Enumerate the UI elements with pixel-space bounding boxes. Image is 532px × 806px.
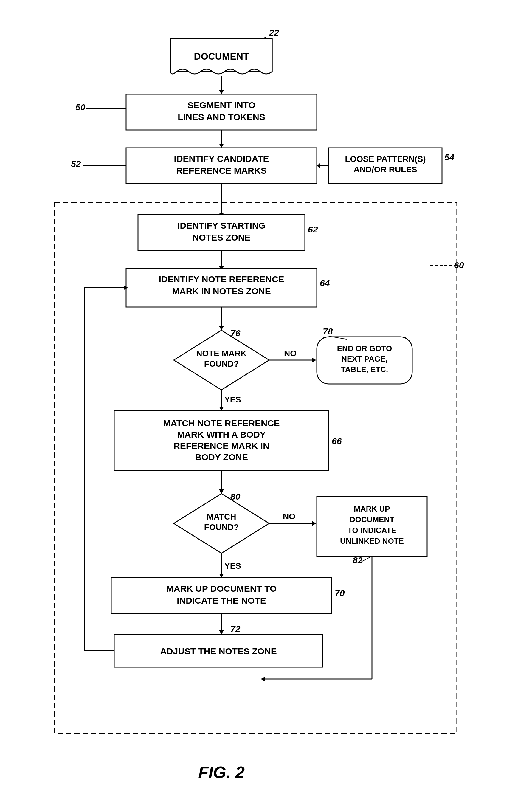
label-70: 70: [335, 588, 345, 598]
unlinked-note-line4: UNLINKED NOTE: [340, 537, 404, 545]
match-note-line1: MATCH NOTE REFERENCE: [163, 418, 280, 428]
label-78: 78: [323, 326, 333, 336]
mark-up-note-line1: MARK UP DOCUMENT TO: [166, 583, 277, 593]
identify-candidate-line1: IDENTIFY CANDIDATE: [174, 154, 269, 164]
label-82: 82: [353, 555, 363, 565]
fig-caption: FIG. 2: [198, 763, 245, 781]
yes-label-2: YES: [224, 561, 241, 571]
match-found-line2: FOUND?: [204, 522, 239, 532]
match-found-line1: MATCH: [207, 512, 236, 521]
note-mark-found-line2: FOUND?: [204, 359, 239, 368]
svg-line-38: [362, 556, 372, 561]
svg-marker-4: [219, 90, 224, 94]
label-52: 52: [71, 159, 81, 169]
yes-label-1: YES: [224, 395, 241, 404]
svg-marker-26: [312, 358, 316, 362]
label-64: 64: [320, 278, 330, 288]
no-label-1: NO: [284, 349, 297, 358]
label-22: 22: [269, 28, 279, 38]
adjust-notes-label: ADJUST THE NOTES ZONE: [160, 646, 277, 656]
match-note-line2: MARK WITH A BODY: [177, 429, 266, 439]
identify-starting-line1: IDENTIFY STARTING: [177, 220, 266, 230]
match-note-line3: REFERENCE MARK IN: [173, 441, 269, 451]
end-goto-line2: NEXT PAGE,: [341, 354, 388, 363]
end-goto-line3: TABLE, ETC.: [341, 365, 388, 374]
label-54: 54: [444, 152, 455, 162]
loose-pattern-line2: AND/OR RULES: [354, 165, 417, 174]
label-62: 62: [308, 225, 318, 234]
loose-pattern-line1: LOOSE PATTERN(S): [345, 154, 425, 164]
unlinked-note-line3: TO INDICATE: [347, 526, 396, 535]
flowchart-svg: 22 DOCUMENT 50 SEGMENT INTO LINES AND TO…: [25, 18, 508, 781]
segment-line1: SEGMENT INTO: [188, 100, 255, 110]
page: 22 DOCUMENT 50 SEGMENT INTO LINES AND TO…: [0, 0, 532, 806]
label-72: 72: [230, 624, 241, 634]
label-50: 50: [75, 102, 86, 112]
svg-marker-46: [219, 630, 224, 634]
unlinked-note-line2: DOCUMENT: [349, 515, 394, 524]
no-label-2: NO: [283, 512, 296, 521]
svg-marker-43: [219, 574, 224, 578]
note-mark-found-line1: NOTE MARK: [196, 349, 247, 358]
label-76: 76: [230, 328, 241, 338]
svg-marker-33: [219, 490, 224, 494]
svg-marker-23: [219, 326, 224, 330]
identify-note-ref-line1: IDENTIFY NOTE REFERENCE: [158, 274, 284, 284]
mark-up-note-line2: INDICATE THE NOTE: [177, 596, 266, 606]
label-80: 80: [230, 492, 241, 501]
end-goto-line1: END OR GOTO: [337, 344, 392, 353]
segment-line2: LINES AND TOKENS: [178, 112, 265, 122]
svg-marker-30: [219, 407, 224, 411]
unlinked-note-line1: MARK UP: [354, 504, 390, 513]
match-note-line4: BODY ZONE: [195, 452, 248, 462]
identify-starting-line2: NOTES ZONE: [192, 232, 250, 242]
identify-candidate-line2: REFERENCE MARKS: [176, 166, 266, 176]
svg-marker-36: [312, 521, 316, 526]
svg-marker-41: [261, 677, 265, 682]
label-66: 66: [332, 436, 342, 446]
document-label: DOCUMENT: [194, 51, 249, 62]
identify-note-ref-line2: MARK IN NOTES ZONE: [172, 286, 271, 296]
svg-marker-8: [219, 144, 224, 148]
